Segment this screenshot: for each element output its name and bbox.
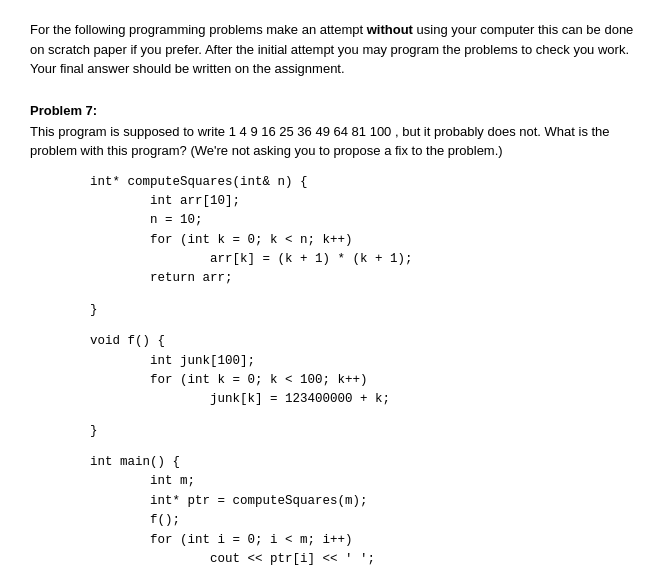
code-line: f(); bbox=[90, 511, 636, 530]
code-line: return arr; bbox=[90, 269, 636, 288]
code-line: for (int k = 0; k < n; k++) bbox=[90, 231, 636, 250]
code-line: for (int k = 0; k < 100; k++) bbox=[90, 371, 636, 390]
code-line: n = 10; bbox=[90, 211, 636, 230]
intro-text-before: For the following programming problems m… bbox=[30, 22, 367, 37]
code-line: for (int i = 0; i < m; i++) bbox=[90, 531, 636, 550]
code-line: void f() { bbox=[90, 332, 636, 351]
code-line: int main() { bbox=[90, 453, 636, 472]
code-line: int arr[10]; bbox=[90, 192, 636, 211]
code-line: int* computeSquares(int& n) { bbox=[90, 173, 636, 192]
problem-section: Problem 7: This program is supposed to w… bbox=[30, 103, 636, 575]
intro-bold-word: without bbox=[367, 22, 413, 37]
code-line: } bbox=[90, 301, 636, 320]
problem-title: Problem 7: bbox=[30, 103, 636, 118]
code-line: int m; bbox=[90, 472, 636, 491]
code-line: int junk[100]; bbox=[90, 352, 636, 371]
code-line: } bbox=[90, 422, 636, 441]
intro-paragraph: For the following programming problems m… bbox=[30, 20, 636, 79]
problem-description: This program is supposed to write 1 4 9 … bbox=[30, 122, 636, 161]
code-line: cout << ptr[i] << ' '; bbox=[90, 550, 636, 569]
code-block: int* computeSquares(int& n) { int arr[10… bbox=[30, 173, 636, 575]
code-line: junk[k] = 123400000 + k; bbox=[90, 390, 636, 409]
code-line: int* ptr = computeSquares(m); bbox=[90, 492, 636, 511]
code-line: arr[k] = (k + 1) * (k + 1); bbox=[90, 250, 636, 269]
